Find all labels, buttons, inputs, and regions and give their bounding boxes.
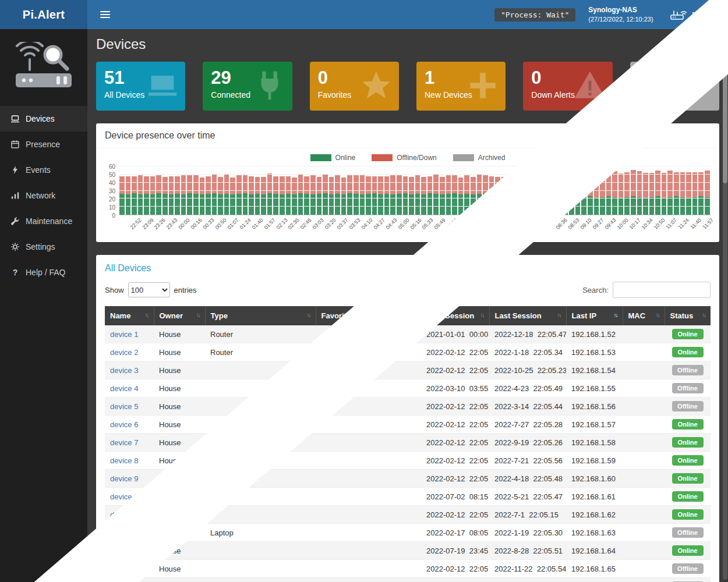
cell-group [372, 470, 421, 488]
table-controls: Show 100 entries Search: [96, 278, 719, 306]
card-connected[interactable]: 29 Connected [203, 62, 292, 111]
search-control: Search: [582, 282, 711, 298]
cell-first-session: 2022-02-12 22:05 [421, 398, 489, 416]
sidebar-item-presence[interactable]: Presence [0, 132, 87, 157]
x-tick-label: 04:27 [372, 217, 386, 230]
cell-first-session: 2022-02-12 22:05 [421, 343, 489, 361]
cell-name: device 2 [105, 343, 154, 361]
legend-label: Online [335, 154, 356, 162]
device-link[interactable]: device 13 [110, 546, 143, 555]
cell-owner: House [154, 524, 205, 542]
cell-mac [623, 379, 665, 398]
sidebar-item-label: Presence [26, 140, 60, 149]
device-link[interactable]: device 9 [110, 474, 138, 483]
device-link[interactable]: device 8 [110, 456, 138, 465]
laptop-icon [146, 69, 179, 102]
column-header-first-session[interactable]: First Session↑↓ [421, 306, 489, 325]
x-tick-label: 08:03 [531, 217, 544, 230]
sidebar-item-settings[interactable]: Settings [0, 234, 87, 260]
column-header-owner[interactable]: Owner↑↓ [154, 306, 205, 325]
cell-group [372, 361, 421, 379]
x-tick-label: 03:37 [336, 217, 349, 230]
legend-item-archived[interactable]: Archived [453, 154, 506, 162]
device-link[interactable]: device 10 [110, 492, 143, 501]
x-tick-label: 03:20 [324, 217, 337, 230]
column-header-last-ip[interactable]: Last IP↑↓ [566, 306, 623, 325]
cell-name: device 11 [105, 506, 154, 524]
legend-item-online[interactable]: Online [310, 154, 356, 162]
status-badge: Online [672, 329, 704, 339]
cell-mac [623, 361, 665, 379]
page-length-select[interactable]: 100 [128, 282, 170, 297]
device-link[interactable]: device 14 [110, 565, 143, 573]
sidebar-item-devices[interactable]: Devices [0, 106, 87, 132]
card-new-devices[interactable]: 1 New Devices [416, 62, 506, 111]
x-tick-label: 08:20 [543, 217, 556, 230]
card-all-devices[interactable]: 51 All Devices [96, 62, 185, 111]
status-badge: Offline [672, 401, 704, 411]
sort-icon: ↑↓ [307, 312, 310, 318]
x-tick-label: 00:16 [190, 217, 203, 230]
sort-icon: ↑↓ [614, 312, 617, 318]
cell-owner: House [154, 506, 205, 524]
cell-last-ip: 192.168.1.65 [566, 578, 623, 582]
column-header-name[interactable]: Name↑↓ [105, 306, 154, 325]
device-link[interactable]: device 5 [110, 402, 138, 411]
column-header-group[interactable]: Group↑↓ [372, 306, 421, 325]
table-row: device 1HouseRouterAlways on2021-01-01 0… [105, 325, 711, 343]
device-link[interactable]: device 3 [110, 366, 138, 375]
device-link[interactable]: device 11 [110, 510, 142, 519]
device-link[interactable]: device 4 [110, 384, 138, 393]
sidebar-item-maintenance[interactable]: Maintenance [0, 208, 87, 234]
cell-type [205, 379, 316, 398]
pialert-logo-icon [0, 29, 87, 106]
legend-swatch-archived [453, 154, 474, 161]
sidebar-toggle-button[interactable] [96, 6, 115, 23]
sidebar-item-label: Events [26, 165, 51, 175]
column-header-favorite[interactable]: Favorite↑↓ [316, 306, 372, 325]
x-tick-label: 10:34 [640, 217, 653, 230]
cell-name: device 3 [105, 361, 154, 379]
cell-owner: House [154, 325, 205, 343]
x-tick-label: 11:57 [701, 217, 715, 230]
table-row: device 2HouseRouter2022-02-12 22:052022-… [105, 343, 711, 361]
device-link[interactable]: device 7 [110, 438, 138, 447]
cell-group [372, 578, 421, 582]
card-favorites[interactable]: 0 Favorites [310, 62, 399, 111]
column-header-last-session[interactable]: Last Session↑↓ [489, 306, 566, 325]
legend-item-offline[interactable]: Offline/Down [372, 154, 436, 162]
device-link[interactable]: device 6 [110, 420, 138, 429]
device-link[interactable]: device 2 [110, 348, 138, 357]
cell-type [205, 361, 316, 379]
scrollbar-thumb[interactable] [723, 35, 727, 183]
sidebar-item-help[interactable]: ? Help / FAQ [0, 260, 87, 285]
cell-status: Offline [665, 578, 711, 582]
cell-status: Online [665, 343, 711, 361]
device-link[interactable]: device 1 [110, 330, 138, 339]
cell-first-session: 2022-07-19 23:45 [421, 542, 489, 560]
column-header-status[interactable]: Status↑↓ [665, 306, 711, 325]
cell-mac [623, 398, 665, 416]
cell-owner: House [154, 470, 205, 488]
cell-last-session: 2022-12-18 22:05.47 [489, 325, 566, 343]
sidebar-item-events[interactable]: Events [0, 157, 87, 183]
search-label: Search: [582, 286, 609, 294]
sidebar-item-network[interactable]: Network [0, 183, 87, 208]
cell-status: Online [665, 434, 711, 452]
top-navbar: Pi.Alert "Process: Wait" Synology-NAS (2… [0, 0, 728, 29]
column-header-mac[interactable]: MAC↑↓ [623, 306, 665, 325]
cell-last-ip: 192.168.1.65 [566, 560, 623, 578]
search-input[interactable] [613, 282, 711, 298]
brand-link[interactable]: Pi.Alert [670, 8, 720, 22]
device-link[interactable]: device 12 [110, 528, 143, 537]
column-header-type[interactable]: Type↑↓ [205, 306, 316, 325]
cell-group [372, 434, 421, 452]
cell-name: device 14 [105, 560, 154, 578]
cell-owner: House [154, 578, 205, 582]
cell-last-ip: 192.168.1.57 [566, 416, 623, 434]
cell-name: device 8 [105, 452, 154, 470]
cell-name: device 5 [105, 398, 154, 416]
card-archived[interactable]: 0 Archived [630, 62, 719, 111]
card-down-alerts[interactable]: 0 Down Alerts [523, 62, 612, 111]
x-tick-label: 23:26 [153, 217, 167, 230]
